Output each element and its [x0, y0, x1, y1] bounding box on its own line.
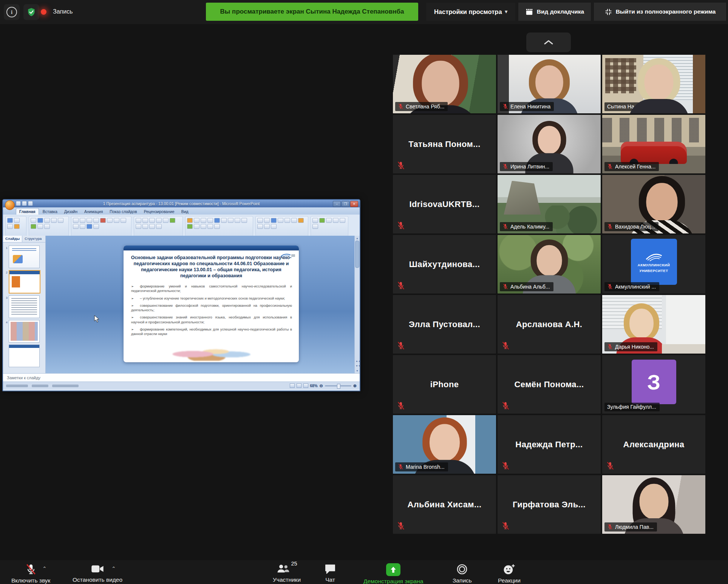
participant-tile-11[interactable]: Альбина Альб... — [498, 235, 601, 294]
slide-bullet: формирование компетенций, необходимых дл… — [131, 327, 292, 337]
participant-tile-2[interactable]: Елена Никитина — [498, 55, 601, 113]
participant-tile-19[interactable]: Marina Bronsh... — [393, 415, 496, 474]
ribbon-group — [29, 216, 69, 236]
participant-name: Шайхутдинова... — [393, 235, 496, 294]
security-button[interactable] — [23, 4, 39, 20]
ribbon-group — [311, 216, 348, 236]
slide-thumbnail-row — [5, 345, 45, 367]
view-settings-button[interactable]: Настройки просмотра ▾ — [426, 3, 515, 21]
participant-tile-22[interactable]: Альбина Хисам... — [393, 475, 496, 534]
share-screen-icon — [386, 563, 400, 576]
participant-name: Людмила Пав... — [615, 524, 654, 530]
restore-icon: ❐ — [342, 201, 349, 207]
mic-muted-icon — [501, 521, 510, 531]
participant-tile-24[interactable]: Людмила Пав... — [602, 475, 705, 534]
share-screen-button[interactable]: Демонстрация экрана — [363, 563, 423, 584]
record-button[interactable]: Запись — [453, 563, 472, 584]
participant-tile-6[interactable]: Алексей Генна... — [602, 115, 705, 173]
exit-fullscreen-button[interactable]: Выйти из полноэкранного режима — [594, 3, 726, 21]
participant-tile-14[interactable]: Арсланова А.Н. — [498, 295, 601, 354]
participant-name-tag: Marina Bronsh... — [395, 462, 448, 471]
mic-muted-icon — [607, 283, 613, 290]
slide-bullet: – углубленное изучение теоретических и м… — [131, 296, 292, 301]
chat-button[interactable]: Чат — [324, 563, 336, 583]
participant-name-tag: Зульфия Гайфулл... — [604, 403, 660, 411]
participant-tile-1[interactable]: Светлана Ряб... — [393, 55, 496, 113]
ribbon-tab-1: Главная — [16, 208, 39, 215]
participant-tile-3[interactable]: Сытина Надежда ... — [602, 55, 705, 113]
status-placeholder — [6, 385, 28, 387]
participant-tile-21[interactable]: Александрина — [602, 415, 705, 474]
mic-muted-icon — [502, 103, 508, 110]
person-silhouette — [634, 58, 684, 113]
participant-name: Светлана Ряб... — [406, 104, 444, 110]
participant-tile-17[interactable]: Семён Понома... — [498, 355, 601, 414]
participants-button[interactable]: 25 Участники — [273, 563, 301, 583]
participant-tile-8[interactable]: Адель Калиму... — [498, 175, 601, 233]
participant-tile-18[interactable]: ЗЗульфия Гайфулл... — [602, 355, 705, 414]
chevron-up-icon — [543, 39, 554, 45]
zoom-in-icon: ⊕ — [353, 383, 357, 388]
powerpoint-titlebar: 1 Презентация аспирантура - 13.00.01 [Ре… — [3, 200, 360, 207]
record-icon — [456, 563, 468, 575]
slide-title: Основные задачи образовательной программ… — [130, 255, 292, 279]
participant-tile-12[interactable]: АКМУЛЛИНСКИЙУНИВЕРСИТЕТАкмуллинский ... — [602, 235, 705, 294]
audio-options-chevron[interactable]: ⌃ — [42, 565, 47, 572]
mic-muted-badge — [397, 161, 405, 170]
mic-muted-icon — [502, 283, 508, 290]
ribbon-tab-2: Вставка — [40, 209, 60, 215]
info-button[interactable]: i — [4, 4, 20, 20]
ribbon-group — [185, 216, 253, 236]
mic-muted-icon — [607, 163, 613, 170]
ribbon-group — [5, 216, 26, 236]
participant-tile-23[interactable]: Гирфатова Эль... — [498, 475, 601, 534]
slide-thumbnail — [9, 345, 40, 367]
speaker-view-button[interactable]: Вид докладчика — [518, 3, 591, 21]
status-bar: 68% ⊖ ⊕ — [3, 382, 360, 389]
participant-tile-20[interactable]: Надежда Петр... — [498, 415, 601, 474]
participant-tile-13[interactable]: Элла Пустовал... — [393, 295, 496, 354]
ribbon-tab-7: Вид — [178, 209, 192, 215]
participant-name: Надежда Петр... — [498, 415, 601, 474]
zoom-level: 68% — [310, 384, 318, 388]
ribbon-tab-5: Показ слайдов — [107, 209, 140, 215]
slide-thumbnail-row: 3 — [5, 295, 45, 318]
mic-muted-icon — [398, 103, 403, 110]
camera-icon — [91, 563, 104, 575]
reactions-button[interactable]: Реакции — [498, 563, 521, 584]
participant-tile-9[interactable]: Вахидова Люц... — [602, 175, 705, 233]
participant-tile-10[interactable]: Шайхутдинова... — [393, 235, 496, 294]
powerpoint-window: 1 Презентация аспирантура - 13.00.01 [Ре… — [2, 199, 360, 391]
participant-name-tag: Ирина Литвин... — [500, 162, 553, 171]
ribbon-tab-3: Дизайн — [61, 209, 80, 215]
mic-muted-icon — [25, 563, 37, 575]
mic-muted-icon — [607, 524, 613, 530]
participant-tile-5[interactable]: Ирина Литвин... — [498, 115, 601, 173]
participant-tile-7[interactable]: IdrisovaUKRTB... — [393, 175, 496, 233]
minimize-icon: – — [333, 201, 341, 207]
participant-name: Александрина — [602, 415, 705, 474]
ribbon-tab-4: Анимация — [81, 209, 106, 215]
participant-tile-16[interactable]: iPhone — [393, 355, 496, 414]
university-logo-icon — [643, 251, 665, 261]
mic-muted-badge — [397, 341, 405, 351]
mic-muted-icon — [397, 281, 405, 290]
shield-check-icon — [26, 7, 36, 17]
mic-muted-badge — [397, 401, 405, 411]
participant-tile-4[interactable]: Татьяна Поном... — [393, 115, 496, 173]
speaker-view-label: Вид докладчика — [537, 8, 584, 15]
grid-collapse-button[interactable] — [526, 32, 571, 52]
mic-muted-icon — [501, 401, 510, 411]
unmute-label: Включить звук — [11, 577, 50, 584]
mic-muted-icon — [606, 461, 614, 471]
participant-tile-15[interactable]: Дарья Никоно... — [602, 295, 705, 354]
video-options-chevron[interactable]: ⌃ — [111, 565, 116, 572]
participant-name-tag: Адель Калиму... — [500, 222, 553, 231]
mic-muted-badge — [501, 341, 510, 351]
ribbon-group — [255, 216, 308, 236]
meeting-top-bar: i Запись Вы просматриваете экран Сытина … — [0, 0, 728, 24]
participant-name: Гирфатова Эль... — [498, 475, 601, 534]
participant-name-tag: Альбина Альб... — [500, 282, 553, 291]
recording-dot-icon — [41, 9, 46, 15]
zoom-meeting-window: i Запись Вы просматриваете экран Сытина … — [0, 0, 728, 584]
